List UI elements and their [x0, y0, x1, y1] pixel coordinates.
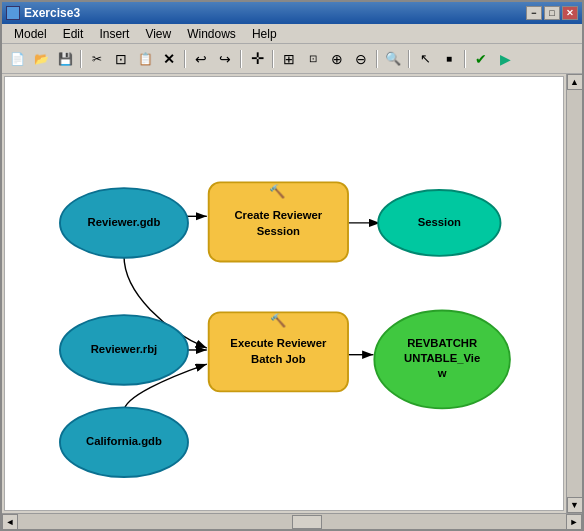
cut-button[interactable]: ✂ — [86, 48, 108, 70]
toolbar-sep-1 — [80, 50, 82, 68]
node-create-session-label2: Session — [257, 225, 300, 237]
title-controls: − □ ✕ — [526, 6, 578, 20]
close-button[interactable]: ✕ — [562, 6, 578, 20]
select-button[interactable]: ↖ — [414, 48, 436, 70]
diagram-svg: Reviewer.gdb 🔨 Create Reviewer Session S… — [5, 77, 563, 510]
redo-button[interactable]: ↪ — [214, 48, 236, 70]
scroll-up-button[interactable]: ▲ — [567, 74, 583, 90]
node-revbatch-label3: w — [437, 367, 447, 379]
copy-button[interactable]: ⊡ — [110, 48, 132, 70]
scroll-thumb-horizontal[interactable] — [292, 515, 322, 529]
zoom-ext-button[interactable]: ⊡ — [302, 48, 324, 70]
node-execute-batch-label2: Batch Job — [251, 353, 306, 365]
vertical-scrollbar: ▲ ▼ — [566, 74, 582, 513]
menu-insert[interactable]: Insert — [91, 25, 137, 43]
scroll-down-button[interactable]: ▼ — [567, 497, 583, 513]
execute-batch-icon: 🔨 — [270, 313, 287, 330]
undo-button[interactable]: ↩ — [190, 48, 212, 70]
scroll-track-horizontal[interactable] — [18, 514, 566, 529]
minimize-button[interactable]: − — [526, 6, 542, 20]
diagram-canvas[interactable]: Reviewer.gdb 🔨 Create Reviewer Session S… — [4, 76, 564, 511]
menu-view[interactable]: View — [137, 25, 179, 43]
menu-help[interactable]: Help — [244, 25, 285, 43]
connect-button[interactable]: ■ — [438, 48, 460, 70]
node-revbatch-label2: UNTABLE_Vie — [404, 352, 480, 364]
title-bar-content: Exercise3 — [6, 6, 80, 20]
app-icon — [6, 6, 20, 20]
node-california-gdb-label: California.gdb — [86, 435, 162, 447]
open-button[interactable]: 📂 — [30, 48, 52, 70]
toolbar-sep-5 — [376, 50, 378, 68]
maximize-button[interactable]: □ — [544, 6, 560, 20]
run-button[interactable]: ▶ — [494, 48, 516, 70]
toolbar-sep-2 — [184, 50, 186, 68]
add-button[interactable]: ✛ — [246, 48, 268, 70]
zoom-in-button[interactable]: ⊕ — [326, 48, 348, 70]
new-button[interactable]: 📄 — [6, 48, 28, 70]
toolbar-sep-6 — [408, 50, 410, 68]
menu-model[interactable]: Model — [6, 25, 55, 43]
node-revbatch-label1: REVBATCHR — [407, 337, 477, 349]
check-button[interactable]: ✔ — [470, 48, 492, 70]
menu-edit[interactable]: Edit — [55, 25, 92, 43]
paste-button[interactable]: 📋 — [134, 48, 156, 70]
scroll-track-vertical[interactable] — [567, 90, 582, 497]
node-reviewer-rbj-label: Reviewer.rbj — [91, 343, 157, 355]
node-reviewer-gdb-label: Reviewer.gdb — [88, 216, 161, 228]
menu-windows[interactable]: Windows — [179, 25, 244, 43]
scroll-right-button[interactable]: ► — [566, 514, 582, 530]
toolbar: 📄 📂 💾 ✂ ⊡ 📋 ✕ ↩ ↪ ✛ ⊞ ⊡ ⊕ ⊖ 🔍 ↖ ■ ✔ ▶ — [2, 44, 582, 74]
window-title: Exercise3 — [24, 6, 80, 20]
title-bar: Exercise3 − □ ✕ — [2, 2, 582, 24]
menu-bar: Model Edit Insert View Windows Help — [2, 24, 582, 44]
create-session-icon: 🔨 — [269, 183, 286, 200]
zoom-out-button[interactable]: ⊖ — [350, 48, 372, 70]
toolbar-sep-4 — [272, 50, 274, 68]
toolbar-sep-3 — [240, 50, 242, 68]
grid-button[interactable]: ⊞ — [278, 48, 300, 70]
horizontal-scrollbar: ◄ ► — [2, 513, 582, 529]
node-session-label: Session — [418, 216, 461, 228]
save-button[interactable]: 💾 — [54, 48, 76, 70]
delete-button[interactable]: ✕ — [158, 48, 180, 70]
node-create-session-label1: Create Reviewer — [234, 209, 322, 221]
content-area: Reviewer.gdb 🔨 Create Reviewer Session S… — [2, 74, 582, 513]
node-execute-batch-label1: Execute Reviewer — [230, 337, 327, 349]
scroll-left-button[interactable]: ◄ — [2, 514, 18, 530]
main-window: Exercise3 − □ ✕ Model Edit Insert View W… — [0, 0, 584, 531]
pan-button[interactable]: 🔍 — [382, 48, 404, 70]
toolbar-sep-7 — [464, 50, 466, 68]
